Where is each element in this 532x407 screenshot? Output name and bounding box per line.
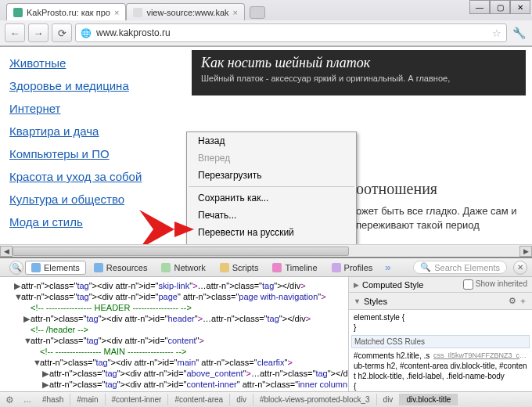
disclosure-triangle-icon[interactable]: ▶ bbox=[42, 368, 49, 379]
article-title: оотношения bbox=[356, 180, 526, 198]
context-menu-item[interactable]: Печать... bbox=[187, 207, 356, 224]
devtools-search-input[interactable]: 🔍 Search Elements bbox=[413, 261, 507, 274]
computed-style-label: Computed Style bbox=[362, 280, 423, 290]
context-menu-item[interactable]: Просмотр кода страницы bbox=[187, 241, 356, 244]
svg-marker-0 bbox=[139, 210, 174, 244]
wrench-menu-button[interactable]: 🔧 bbox=[510, 24, 527, 41]
new-tab-button[interactable] bbox=[250, 6, 265, 19]
dom-tree-node[interactable]: <!-- /header --> bbox=[5, 324, 343, 335]
category-link[interactable]: Интернет bbox=[9, 97, 178, 120]
elements-tree[interactable]: ▶attr-n">class="tag"><div attr-n">id="sk… bbox=[0, 277, 348, 391]
css-brace: } bbox=[354, 322, 527, 333]
gear-icon[interactable]: ⚙ bbox=[3, 394, 16, 406]
dom-tree-node[interactable]: ▶attr-n">class="tag"><div attr-n">id="sk… bbox=[5, 280, 343, 291]
devtools-tab-profiles[interactable]: Profiles bbox=[325, 261, 379, 275]
favicon-icon bbox=[13, 8, 23, 17]
search-icon: 🔍 bbox=[420, 262, 431, 272]
browser-tab[interactable]: KakProsto.ru: как про × bbox=[6, 3, 126, 20]
dom-tree-node[interactable]: <!-- ---------------- MAIN -------------… bbox=[5, 346, 343, 357]
category-link[interactable]: Здоровье и медицина bbox=[9, 74, 178, 97]
article-preview: оотношения ожет быть все гладко. Даже са… bbox=[356, 180, 526, 232]
devtools-tab-elements[interactable]: Elements bbox=[25, 261, 86, 275]
tab-close-icon[interactable]: × bbox=[114, 8, 119, 17]
devtools-tab-scripts[interactable]: Scripts bbox=[214, 261, 265, 275]
tab-close-icon[interactable]: × bbox=[233, 8, 238, 17]
css-selector: element.style { bbox=[354, 312, 527, 322]
inspect-button[interactable]: 🔍 bbox=[9, 261, 23, 275]
category-link[interactable]: Квартира и дача bbox=[9, 120, 178, 142]
devtools-close-button[interactable]: ✕ bbox=[513, 261, 527, 275]
devtools-tab-network[interactable]: Network bbox=[155, 261, 211, 275]
hero-subtitle: Шейный платок - аксессуар яркий и оригин… bbox=[201, 74, 516, 83]
scroll-thumb[interactable] bbox=[13, 247, 349, 256]
matched-rules-label: Matched CSS Rules bbox=[351, 335, 530, 348]
hero-title: Как носить шейный платок bbox=[201, 55, 516, 71]
timeline-icon bbox=[272, 263, 282, 272]
disclosure-triangle-icon[interactable]: ▼ bbox=[354, 297, 361, 305]
globe-icon: 🌐 bbox=[81, 28, 92, 38]
breadcrumb-item[interactable]: div bbox=[377, 394, 401, 405]
dom-tree-node[interactable]: ▶attr-n">class="tag"><div attr-n">id="ab… bbox=[5, 368, 343, 379]
styles-label: Styles bbox=[364, 297, 387, 306]
window-close-button[interactable]: ✕ bbox=[510, 0, 530, 14]
network-icon bbox=[161, 263, 171, 272]
breadcrumb-item[interactable]: #content-area bbox=[168, 394, 230, 405]
styles-body[interactable]: element.style { } Matched CSS Rules css_… bbox=[349, 310, 532, 391]
context-menu-item[interactable]: Сохранить как... bbox=[187, 189, 356, 207]
dom-tree-node[interactable]: ▶attr-n">class="tag"><div attr-n">id="he… bbox=[5, 313, 343, 324]
disclosure-triangle-icon[interactable]: ▶ bbox=[354, 281, 359, 289]
css-source-link[interactable]: css_Il5kwT9N4FFZBNZ3_c1LOW bbox=[433, 351, 527, 361]
breadcrumb-item[interactable]: #block-views-promoted-block_3 bbox=[253, 394, 377, 405]
address-bar[interactable]: 🌐 www.kakprosto.ru ☆ bbox=[75, 23, 507, 42]
dom-tree-node[interactable]: <!-- ---------------- HEADER -----------… bbox=[5, 302, 343, 313]
category-link[interactable]: Компьютеры и ПО bbox=[9, 142, 178, 165]
breadcrumb-item[interactable]: … bbox=[19, 394, 36, 405]
back-button[interactable]: ← bbox=[5, 23, 25, 42]
window-minimize-button[interactable]: — bbox=[469, 0, 490, 14]
context-menu-item[interactable]: Назад bbox=[187, 132, 356, 149]
elements-icon bbox=[31, 263, 41, 272]
disclosure-triangle-icon[interactable]: ▶ bbox=[42, 379, 49, 390]
scroll-left-button[interactable]: ◀ bbox=[0, 246, 13, 257]
disclosure-triangle-icon[interactable]: ▼ bbox=[33, 357, 40, 368]
reload-button[interactable]: ⟳ bbox=[52, 23, 72, 42]
browser-tab[interactable]: view-source:www.kak × bbox=[126, 3, 245, 20]
dom-tree-node[interactable]: ▼attr-n">class="tag"><div attr-n">id="ma… bbox=[5, 357, 343, 368]
forward-button[interactable]: → bbox=[28, 23, 49, 42]
dom-tree-node[interactable]: ▼attr-n">class="tag"><div attr-n">id="co… bbox=[5, 335, 343, 346]
devtools-more-button[interactable]: » bbox=[380, 261, 395, 273]
context-menu-item[interactable]: Перезагрузить bbox=[187, 167, 356, 184]
styles-header[interactable]: ▼ Styles ⚙ ＋ bbox=[349, 293, 532, 310]
devtools-tab-resources[interactable]: Resources bbox=[88, 261, 154, 275]
window-maximize-button[interactable]: ▢ bbox=[490, 0, 510, 14]
breadcrumb-item[interactable]: div bbox=[230, 394, 253, 405]
tab-title: KakProsto.ru: как про bbox=[27, 8, 110, 17]
page-viewport: ЖивотныеЗдоровье и медицинаИнтернетКварт… bbox=[0, 47, 532, 244]
window-controls: — ▢ ✕ bbox=[469, 0, 530, 14]
scroll-right-button[interactable]: ▶ bbox=[519, 246, 532, 257]
disclosure-triangle-icon[interactable]: ▼ bbox=[23, 335, 31, 346]
devtools-tab-timeline[interactable]: Timeline bbox=[266, 261, 323, 275]
disclosure-triangle-icon[interactable]: ▼ bbox=[14, 291, 21, 302]
devtools-breadcrumbs[interactable]: ⚙ …#hash#main#content-inner#content-area… bbox=[0, 391, 532, 407]
annotation-arrow-left bbox=[139, 202, 194, 244]
disclosure-triangle-icon[interactable]: ▶ bbox=[14, 280, 21, 291]
menu-separator bbox=[189, 186, 354, 187]
dom-tree-node[interactable]: ▶attr-n">class="tag"><div attr-n">id="co… bbox=[5, 379, 343, 390]
breadcrumb-item[interactable]: #hash bbox=[36, 394, 70, 405]
disclosure-triangle-icon[interactable]: ▶ bbox=[23, 313, 31, 324]
breadcrumb-item[interactable]: #content-inner bbox=[106, 394, 169, 405]
breadcrumb-item[interactable]: #main bbox=[70, 394, 105, 405]
favicon-icon bbox=[133, 8, 142, 17]
computed-style-header[interactable]: ▶ Computed Style Show inherited bbox=[349, 277, 532, 293]
category-link[interactable]: Животные bbox=[9, 52, 178, 74]
scroll-track[interactable] bbox=[13, 246, 519, 257]
breadcrumb-item[interactable]: div.block-title bbox=[400, 394, 458, 405]
dom-tree-node[interactable]: ▼attr-n">class="tag"><div attr-n">id="pa… bbox=[5, 291, 343, 302]
styles-options-icon[interactable]: ⚙ ＋ bbox=[509, 295, 527, 307]
show-inherited-checkbox[interactable]: Show inherited bbox=[463, 279, 527, 290]
page-horizontal-scrollbar[interactable]: ◀ ▶ bbox=[0, 244, 532, 257]
bookmark-star-icon[interactable]: ☆ bbox=[492, 27, 501, 39]
context-menu-item[interactable]: Перевести на русский bbox=[187, 224, 356, 241]
category-link[interactable]: Красота и уход за собой bbox=[9, 165, 178, 188]
